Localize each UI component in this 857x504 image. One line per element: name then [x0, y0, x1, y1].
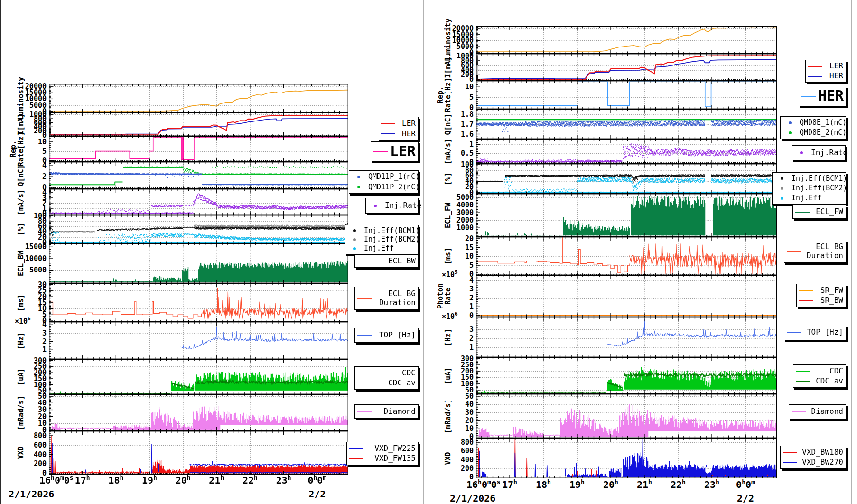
plot-canvas-ecl-bw — [49, 243, 348, 283]
y-tick-label: 1.7 — [446, 121, 474, 128]
legend-cdc-label: CDC — [374, 369, 416, 377]
x-tick-label: 0h0m — [736, 480, 755, 489]
topblue-line-sample — [787, 332, 801, 333]
magenta-line-sample — [373, 151, 388, 152]
y-tick-label: 3 — [446, 326, 474, 333]
legend-qmd-label: QMD11P_2(nC) — [368, 183, 419, 191]
x-tick-label: 17h — [502, 480, 517, 489]
plot-canvas-cdc — [49, 359, 348, 394]
legend-ecl-bg: ECL BG Duration — [354, 287, 419, 310]
y-tick-label: 5 — [446, 94, 474, 101]
legend-ler-her-entry: LER — [808, 61, 843, 71]
legend-cdc-label: CDC_av — [812, 377, 843, 385]
legend-ler-her-label: HER — [825, 72, 843, 80]
x-tick-label: 0h0m — [307, 476, 326, 485]
y-tick-label: 1 — [446, 141, 474, 148]
y-tick-label: 1 — [19, 346, 47, 354]
x-tick-label: 20h — [603, 480, 618, 489]
qgreen-dot-sample — [352, 186, 366, 188]
hblue-line-sample — [381, 133, 395, 134]
legend-qmd-entry: QMD11P_2(nC) — [352, 182, 416, 193]
legend-diamond: Diamond — [354, 404, 419, 419]
qblue-dot-sample — [352, 176, 366, 178]
y-tick-label: 30 — [446, 409, 474, 416]
legend-inj-eff-entry: Inj.Eff(BCM1) — [347, 226, 416, 235]
y-tick-label: 2000 — [446, 217, 474, 224]
plot-canvas-luminosity — [476, 26, 777, 54]
x-tick-label: 16h0m0s — [39, 476, 74, 485]
x-tick-label: 19h — [569, 480, 585, 489]
legend-inj-eff-entry: Inj.Eff(BCM2) — [775, 184, 843, 194]
legend-sr-label: SR_BW — [816, 296, 843, 305]
legend-ecl-bg-label: ECL BG Duration — [374, 289, 416, 307]
legend-inj-eff-label: Inj.Eff — [792, 194, 847, 202]
legend-ler-her-entry: LER — [381, 118, 416, 129]
y-tick-label: 10000 — [19, 255, 47, 262]
vred-line-sample — [783, 452, 797, 453]
legend-diamond-entry: Diamond — [792, 406, 843, 418]
legend-inj-eff-label: Inj.Eff — [364, 244, 419, 252]
y-tick-label: 5 — [446, 262, 474, 269]
x-tick-label: 18h — [536, 480, 551, 489]
y-tick-label: 1 — [446, 303, 474, 310]
legend-cdc-entry: CDC — [796, 366, 843, 376]
legend-cdc-label: CDC_av — [374, 379, 416, 387]
y-tick-label: 400 — [446, 457, 474, 464]
y-tick-label: 1000 — [446, 224, 474, 232]
legend-inj-eff-label: Inj.Eff(BCM1) — [792, 175, 847, 183]
x-tick-label: 23h — [704, 480, 719, 489]
cdcd-line-sample — [357, 383, 372, 383]
plot-canvas-ecl-bg — [49, 283, 348, 322]
legend-ler-her: LERHER — [378, 117, 419, 140]
y-tick-label: 1 — [446, 344, 474, 351]
legend-diamond-label: Diamond — [374, 407, 416, 416]
legend-inj-eff-label: Inj.Eff(BCM2) — [792, 184, 847, 192]
legend-inj-eff-entry: Inj.Eff — [775, 193, 843, 203]
purple-dot-sample — [794, 151, 809, 154]
cdcd-line-sample — [796, 381, 810, 382]
hblue-line-sample — [808, 76, 822, 77]
y-tick-label: 3 — [446, 286, 474, 293]
y-tick-label: 2 — [19, 338, 47, 345]
plot-canvas-charge — [476, 109, 777, 139]
legend-inj-rate-entry: Inj.Rate — [794, 147, 843, 159]
legend-vxd: VXD_BW180VXD_BW270 — [780, 446, 846, 469]
plot-canvas-cdc — [476, 357, 777, 394]
legend-ler-her-entry: HER — [808, 71, 843, 81]
x-tick-label: 16h0m0s — [466, 480, 501, 489]
red-line-sample — [381, 123, 395, 124]
vblue-line-sample — [349, 448, 363, 449]
legend-ecl-fw-label: ECL_FW — [812, 207, 843, 216]
legend-inj-rate-entry: Inj.Rate — [368, 199, 416, 212]
qblue-dot-sample — [783, 121, 797, 124]
legend-sr-entry: SR_BW — [799, 296, 843, 306]
legend-ler-her-label: LER — [397, 119, 416, 128]
plot-canvas-current — [49, 112, 348, 136]
plot-canvas-inj-eff — [476, 164, 777, 194]
plot-canvas-rep-rate — [49, 136, 348, 162]
legend-inj-eff-label: Inj.Eff(BCM1) — [364, 227, 419, 235]
y-tick-label: 600 — [19, 442, 47, 449]
legend-ler-big-label: LER — [390, 143, 416, 160]
diamond-line-sample — [357, 411, 372, 412]
plot-canvas-current — [476, 54, 777, 81]
plot-canvas-rep-rate — [476, 81, 777, 109]
y-tick-label: 400 — [19, 451, 47, 458]
diamond-line-sample — [792, 411, 806, 412]
black-dot-sample — [347, 229, 362, 232]
legend-inj-rate: Inj.Rate — [365, 198, 419, 214]
plot-canvas-charge — [49, 162, 348, 189]
axis-exponent-top: ×106 — [442, 313, 458, 320]
cdcg-line-sample — [357, 373, 372, 373]
y-tick-label: 20 — [446, 417, 474, 424]
legend-vxd-label: VXD_FW225 — [366, 444, 416, 453]
legend-vxd-entry: VXD_FW135 — [349, 454, 416, 464]
plot-canvas-inj-rate — [476, 139, 777, 164]
vred-line-sample — [349, 458, 363, 459]
legend-qmd: QMD8E_1(nC)QMD8E_2(nC) — [780, 116, 846, 139]
legend-qmd-label: QMD11P_1(nC) — [368, 173, 419, 181]
legend-ecl-bw-label: ECL_BW — [374, 257, 416, 265]
legend-vxd-label: VXD_FW135 — [366, 454, 416, 463]
y-tick-label: 2 — [446, 335, 474, 342]
y-tick-label: 800 — [446, 439, 474, 446]
